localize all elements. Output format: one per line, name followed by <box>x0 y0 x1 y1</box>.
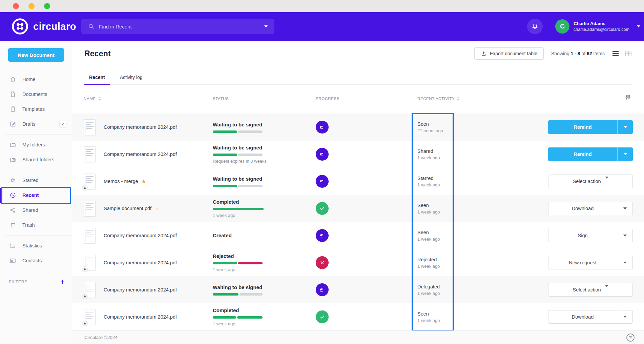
new-document-button[interactable]: New Document <box>8 48 64 62</box>
notifications-button[interactable] <box>527 19 543 34</box>
action-dropdown-chevron-down-icon[interactable] <box>617 256 632 269</box>
help-icon[interactable]: ? <box>626 333 635 342</box>
sidebar-item-label: Shared folders <box>22 157 54 162</box>
progress-bar <box>213 293 264 296</box>
sidebar-item-templates[interactable]: Templates <box>0 102 72 117</box>
action-dropdown-chevron-down-icon <box>605 179 608 184</box>
column-header-name[interactable]: NAME <box>84 96 213 101</box>
filters-section: FILTERS + <box>0 274 72 285</box>
document-thumbnail[interactable] <box>84 309 96 325</box>
document-thumbnail[interactable] <box>84 228 96 244</box>
user-menu[interactable]: C Charlie Adams charlie.adams@circularo.… <box>555 19 640 34</box>
column-header-status[interactable]: STATUS <box>213 97 316 101</box>
tab-recent[interactable]: Recent <box>84 73 110 85</box>
table-row[interactable]: Company memorandum 2024.pdf Rejected 1 w… <box>72 249 644 276</box>
document-thumbnail[interactable] <box>84 174 96 189</box>
remind-button[interactable]: Remind <box>548 147 633 161</box>
sidebar-item-contacts[interactable]: Contacts <box>0 253 72 268</box>
minimize-window-icon[interactable] <box>28 3 35 9</box>
sign-button[interactable]: Sign <box>548 229 633 242</box>
download-button[interactable]: Download <box>548 310 633 324</box>
select-action-button[interactable]: Select action <box>548 283 633 297</box>
contacts-icon <box>9 257 16 264</box>
starred-icon[interactable]: ★ <box>141 178 146 185</box>
table-row[interactable]: Company memorandum 2024.pdf Waiting to b… <box>72 141 644 168</box>
actions-cell: New request <box>548 256 644 269</box>
document-thumbnail[interactable] <box>84 282 96 298</box>
brand-logo[interactable]: circularo <box>12 18 76 35</box>
column-header-progress[interactable]: PROGRESS <box>316 97 417 101</box>
document-thumbnail[interactable] <box>84 119 96 135</box>
document-name[interactable]: Company memorandum 2024.pdf <box>104 151 177 157</box>
table-row[interactable]: Company memorandum 2024.pdf Waiting to b… <box>72 276 644 303</box>
activity-time: 21 hours ago <box>417 128 548 133</box>
download-button[interactable]: Download <box>548 202 633 215</box>
progress-cell <box>316 121 417 134</box>
table-row[interactable]: Company memorandum 2024.pdf Completed 1 … <box>72 303 644 330</box>
action-dropdown-chevron-down-icon[interactable] <box>617 202 632 215</box>
document-name[interactable]: Sample document.pdf★ <box>104 205 160 212</box>
search-input[interactable] <box>99 24 264 29</box>
action-dropdown-chevron-down-icon[interactable] <box>617 147 633 161</box>
sidebar-item-drafts[interactable]: Drafts2 <box>0 117 72 131</box>
document-name[interactable]: Company memorandum 2024.pdf <box>104 287 177 292</box>
sidebar-item-my-folders[interactable]: My folders <box>0 137 72 152</box>
grid-view-icon[interactable] <box>625 50 632 57</box>
zoom-window-icon[interactable] <box>44 3 50 9</box>
sidebar-item-documents[interactable]: Documents <box>0 87 72 102</box>
document-name[interactable]: Company memorandum 2024.pdf <box>104 233 177 238</box>
actions-cell: Select action <box>548 283 644 297</box>
search-scope-chevron-down-icon[interactable] <box>264 25 268 27</box>
new-request-button[interactable]: New request <box>548 256 633 269</box>
divider <box>5 235 72 236</box>
name-cell: Company memorandum 2024.pdf <box>84 282 213 298</box>
table-row[interactable]: Sample document.pdf★ Completed 1 week ag… <box>72 195 644 222</box>
bell-icon <box>531 23 539 30</box>
document-name[interactable]: Company memorandum 2024.pdf <box>104 314 177 320</box>
progress-cell <box>316 175 417 188</box>
action-dropdown-chevron-down-icon[interactable] <box>617 310 632 323</box>
table-row[interactable]: Company memorandum 2024.pdf Created Seen… <box>72 222 644 249</box>
table-row[interactable]: Memos - merge★ Waiting to be signed Star… <box>72 168 644 195</box>
user-email: charlie.adams@circularo.com <box>574 27 629 32</box>
status-cell: Created <box>213 232 316 239</box>
sidebar: New Document HomeDocumentsTemplatesDraft… <box>0 41 72 344</box>
sidebar-item-home[interactable]: Home <box>0 72 72 87</box>
document-thumbnail[interactable] <box>84 201 96 217</box>
progress-bar <box>213 208 264 210</box>
activity-time: 1 week ago <box>417 209 548 215</box>
sidebar-item-trash[interactable]: Trash <box>0 218 72 232</box>
table-row[interactable]: Company memorandum 2024.pdf Waiting to b… <box>72 114 644 141</box>
document-name[interactable]: Company memorandum 2024.pdf <box>104 124 177 130</box>
sidebar-item-statistics[interactable]: Statistics <box>0 238 72 253</box>
action-dropdown-chevron-down-icon[interactable] <box>617 229 632 242</box>
export-document-table-button[interactable]: Export document table <box>474 47 544 60</box>
document-name[interactable]: Company memorandum 2024.pdf <box>104 260 177 265</box>
remind-button[interactable]: Remind <box>548 120 633 134</box>
tab-activity-log[interactable]: Activity log <box>115 73 147 84</box>
document-thumbnail[interactable] <box>84 255 96 271</box>
close-window-icon[interactable] <box>13 3 19 9</box>
column-header-recent-activity[interactable]: RECENT ACTIVITY <box>417 96 548 101</box>
star-outline-icon[interactable]: ★ <box>154 205 160 212</box>
sidebar-item-shared[interactable]: Shared <box>0 203 72 218</box>
action-dropdown-chevron-down-icon[interactable] <box>617 120 633 134</box>
table-settings-gear-icon[interactable] <box>625 94 631 100</box>
activity-time: 1 week ago <box>417 264 548 269</box>
actions-cell: Download <box>548 202 644 215</box>
status-cell: Waiting to be signed Request expires in … <box>213 145 316 164</box>
select-action-button[interactable]: Select action <box>548 175 633 188</box>
status-subtext: 1 week ago <box>213 213 316 218</box>
sidebar-item-shared-folders[interactable]: Shared folders <box>0 152 72 167</box>
progress-cell <box>316 256 417 269</box>
sidebar-item-recent[interactable]: Recent <box>0 188 72 203</box>
status-cell: Waiting to be signed <box>213 284 316 296</box>
add-filter-button[interactable]: + <box>60 279 64 285</box>
list-view-icon[interactable] <box>612 50 619 57</box>
document-table: Company memorandum 2024.pdf Waiting to b… <box>72 114 644 330</box>
sidebar-item-starred[interactable]: Starred <box>0 173 72 188</box>
status-text: Waiting to be signed <box>213 122 316 128</box>
search-bar[interactable] <box>81 19 274 34</box>
document-thumbnail[interactable] <box>84 146 96 162</box>
document-name[interactable]: Memos - merge★ <box>104 178 146 185</box>
